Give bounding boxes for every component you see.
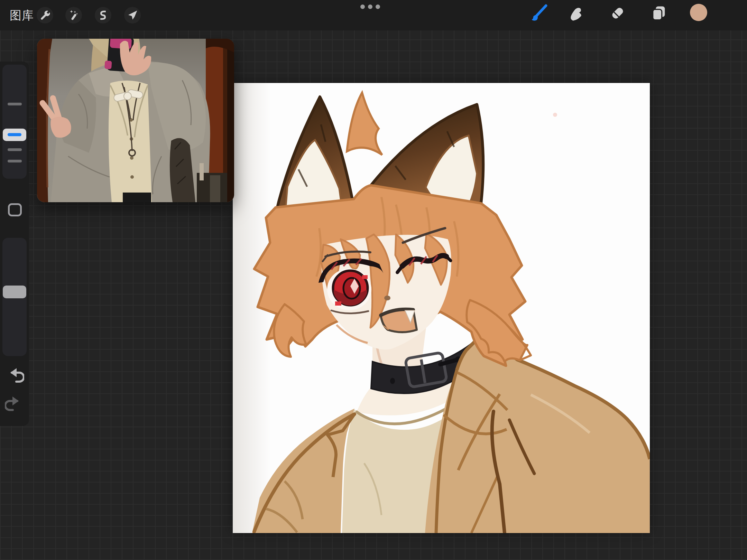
erase-tool-button[interactable] — [609, 5, 626, 21]
arrow-cursor-icon — [127, 9, 138, 21]
smudge-tool-button[interactable] — [569, 5, 585, 21]
nose — [384, 296, 390, 300]
adjustments-button[interactable] — [65, 7, 82, 24]
wrench-icon — [39, 9, 51, 21]
magic-wand-icon — [68, 9, 80, 21]
size-tick — [8, 148, 22, 151]
undo-button[interactable] — [5, 363, 24, 383]
brush-icon — [529, 4, 547, 22]
artwork — [233, 83, 650, 533]
gallery-button[interactable]: 图库 — [10, 0, 34, 30]
brush-size-handle[interactable] — [3, 129, 26, 141]
opacity-handle[interactable] — [3, 286, 26, 298]
layers-icon — [650, 4, 668, 22]
eraser-icon — [609, 4, 627, 22]
selection-button[interactable] — [95, 7, 111, 24]
finger-icon — [568, 4, 586, 22]
reference-photo — [37, 39, 234, 202]
color-swatch — [690, 3, 708, 21]
actions-button[interactable] — [37, 7, 53, 24]
color-button[interactable] — [690, 4, 707, 21]
brush-size-accent — [8, 133, 21, 136]
paint-tool-button[interactable] — [530, 5, 547, 21]
drawing-canvas[interactable] — [233, 83, 650, 533]
stray-pink-dot — [553, 113, 557, 117]
transform-button[interactable] — [124, 7, 141, 24]
redo-button[interactable] — [5, 392, 24, 411]
mouth — [381, 309, 417, 332]
top-toolbar: 图库 — [0, 0, 747, 30]
canvas-options-handle[interactable] — [360, 4, 380, 9]
s-ribbon-icon — [97, 9, 109, 21]
app-window: 图库 — [0, 0, 747, 560]
reference-window[interactable] — [37, 39, 234, 202]
size-tick — [8, 103, 22, 105]
layers-button[interactable] — [651, 5, 667, 21]
modify-button[interactable] — [8, 203, 22, 216]
size-tick — [8, 160, 22, 162]
side-toolbar — [0, 62, 29, 426]
